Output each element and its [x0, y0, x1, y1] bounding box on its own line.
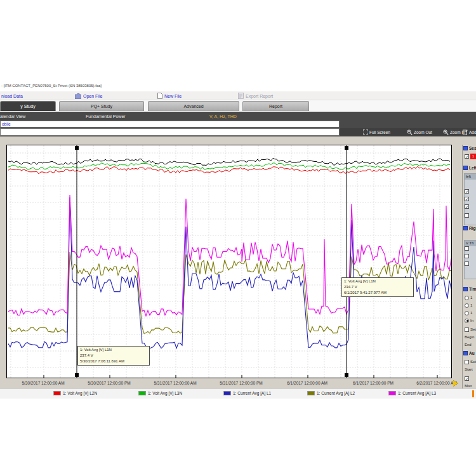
sidebar-label: Set — [470, 327, 476, 331]
settings-sidebar: Ses✓1Leftleft✓✓✓RighV ThTime111InSetBegi… — [462, 145, 476, 388]
sidebar-label: Set — [470, 360, 476, 364]
legend-swatch — [307, 391, 315, 395]
panel-icon — [463, 166, 468, 170]
radio-button[interactable] — [465, 303, 469, 308]
tooltip-line: 6/1/2017 9:41:27.977 AM — [344, 290, 411, 296]
sidebar-row: ✓ — [465, 375, 476, 381]
search-input[interactable] — [0, 128, 340, 136]
sidebar-row: End — [465, 341, 476, 348]
checkbox[interactable]: ✓ — [465, 204, 469, 209]
full-screen-button[interactable]: Full Screen — [363, 129, 390, 136]
legend-item[interactable]: 1: Volt Avg [V] L3N — [138, 391, 182, 395]
nav-fundamental-power[interactable]: Fundamental Power — [86, 112, 126, 121]
sidebar-panel-header[interactable]: Au — [463, 350, 476, 356]
sidebar-panel-header[interactable]: Righ — [463, 225, 476, 231]
sidebar-row — [465, 260, 476, 267]
sidebar-panel-header[interactable]: Left — [463, 164, 476, 171]
legend-label: 1: Volt Avg [V] L2N — [63, 391, 97, 395]
sidebar-row: ✓ — [465, 195, 476, 202]
checkbox[interactable] — [465, 327, 469, 332]
x-axis-label: 6/1/2017 12:00:00 AM — [275, 381, 339, 385]
tooltip-line: 237.4 V — [80, 353, 147, 359]
download-data-button[interactable]: nload Data — [1, 92, 23, 100]
full-screen-icon — [363, 129, 368, 135]
export-report-icon — [238, 93, 244, 99]
panel-icon — [463, 146, 468, 150]
checkbox[interactable] — [465, 261, 469, 266]
legend-label: 1: Volt Avg [V] L3N — [148, 391, 182, 395]
export-report-button[interactable]: Export Report — [238, 92, 273, 100]
chart-cursor[interactable] — [75, 145, 79, 378]
legend-label: 1: Current Avg [A] L2 — [317, 391, 355, 395]
checkbox[interactable]: ✓ — [465, 197, 469, 201]
add-notes-button[interactable]: Add Notes — [463, 129, 476, 136]
sidebar-row: 1 — [465, 302, 476, 308]
sidebar-panel-header[interactable]: Ses — [463, 145, 476, 151]
sidebar-row: ✓1 — [465, 153, 476, 159]
legend-swatch — [223, 391, 231, 395]
legend-swatch — [388, 391, 396, 395]
panel-title: Time — [469, 287, 476, 291]
x-axis-label: 5/31/2017 12:00:00 AM — [143, 381, 207, 385]
zoom-in-button[interactable]: Zoom In — [443, 129, 465, 136]
new-file-button[interactable]: New File — [157, 92, 182, 100]
legend-swatch — [53, 391, 61, 395]
next-page-arrow-icon[interactable] — [453, 380, 458, 387]
search-row: Full Screen Zoom Out Zoom In Add Notes — [0, 128, 476, 136]
checkbox[interactable] — [465, 254, 469, 258]
main-area: 5/30/2017 12:00:00 AM5/30/2017 12:00:00 … — [0, 136, 476, 399]
tooltip-line: 234.7 V — [344, 284, 411, 290]
new-file-icon — [157, 93, 162, 99]
app-window: - [ITM CONTACT_PEN07500_St Privet (SN 38… — [0, 83, 476, 399]
chart-cursor[interactable] — [345, 145, 348, 378]
sidebar-label: Start — [465, 367, 473, 371]
profile-input[interactable]: obile — [0, 121, 340, 128]
chart-grid — [7, 145, 451, 378]
panel-icon — [463, 226, 468, 230]
legend-swatch — [138, 391, 146, 395]
legend-item[interactable]: 1: Volt Avg [V] L2N — [53, 391, 97, 395]
tooltip-line: 5/30/2017 7:06:11.691 AM — [80, 359, 147, 364]
chart[interactable] — [6, 145, 452, 378]
tab-advanced[interactable]: Advanced — [148, 101, 239, 111]
radio-button[interactable] — [465, 311, 469, 315]
checkbox[interactable]: ✓ — [465, 154, 469, 159]
x-axis-label: 5/31/2017 12:00:00 PM — [209, 381, 273, 385]
title-bar: - [ITM CONTACT_PEN07500_St Privet (SN 38… — [0, 83, 476, 91]
radio-button[interactable] — [465, 319, 469, 323]
panel-title: Left — [469, 166, 476, 170]
x-axis-label: 5/30/2017 12:00:00 AM — [11, 381, 75, 385]
sidebar-row: Start — [465, 366, 476, 373]
session-chip[interactable]: 1 — [470, 154, 476, 159]
folder-icon — [75, 93, 81, 99]
zoom-in-icon — [443, 129, 449, 136]
sidebar-row: ✓ — [465, 188, 476, 194]
sidebar-label: 1 — [470, 296, 472, 300]
open-file-button[interactable]: Open File — [75, 92, 102, 100]
checkbox[interactable] — [465, 213, 469, 218]
zoom-out-button[interactable]: Zoom Out — [407, 129, 432, 136]
legend-item[interactable]: 1: Current Avg [A] L3 — [388, 391, 436, 395]
sidebar-row: ✓ — [465, 203, 476, 209]
panel-title: Au — [469, 351, 475, 355]
tab-report[interactable]: Report — [242, 101, 309, 111]
panel-box-header: left — [465, 174, 476, 180]
radio-button[interactable] — [465, 296, 469, 300]
checkbox[interactable] — [465, 246, 469, 251]
series-1-current-avg-a-l1 — [8, 197, 451, 348]
chart-canvas[interactable] — [7, 145, 451, 378]
legend-scroll-marker — [472, 390, 474, 397]
panel-title: Righ — [469, 226, 476, 230]
legend-item[interactable]: 1: Current Avg [A] L1 — [223, 391, 271, 395]
sidebar-panel-header[interactable]: Time — [463, 286, 476, 292]
tab-study[interactable]: y Study — [0, 101, 56, 111]
legend-item[interactable]: 1: Current Avg [A] L2 — [307, 391, 355, 395]
nav-calendar-view[interactable]: alendar View — [0, 112, 25, 121]
checkbox[interactable] — [465, 360, 469, 364]
sidebar-label: Begin — [465, 335, 474, 339]
checkbox[interactable]: ✓ — [465, 376, 469, 381]
nav-v-a-hz-thd[interactable]: V, A, Hz, THD — [209, 112, 237, 121]
x-axis-label: 5/30/2017 12:00:00 PM — [77, 381, 141, 385]
tab-pq-study[interactable]: PQ+ Study — [59, 101, 144, 111]
checkbox[interactable]: ✓ — [465, 189, 469, 194]
